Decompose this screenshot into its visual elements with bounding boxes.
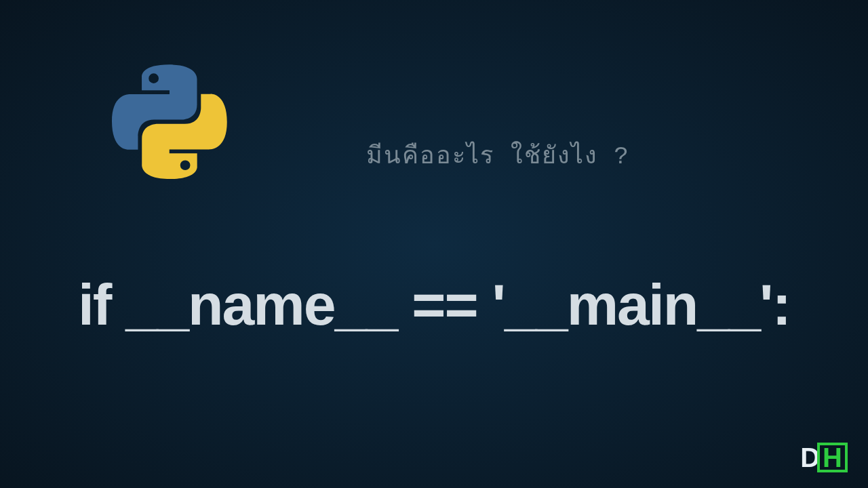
subtitle-text: มีนคืออะไร ใช้ยังไง ? [366,136,630,174]
main-code-text: if __name__ == '__main__': [0,271,868,338]
watermark-h: H [817,443,848,472]
watermark-logo: DH [800,443,848,473]
python-logo-icon [112,64,227,180]
